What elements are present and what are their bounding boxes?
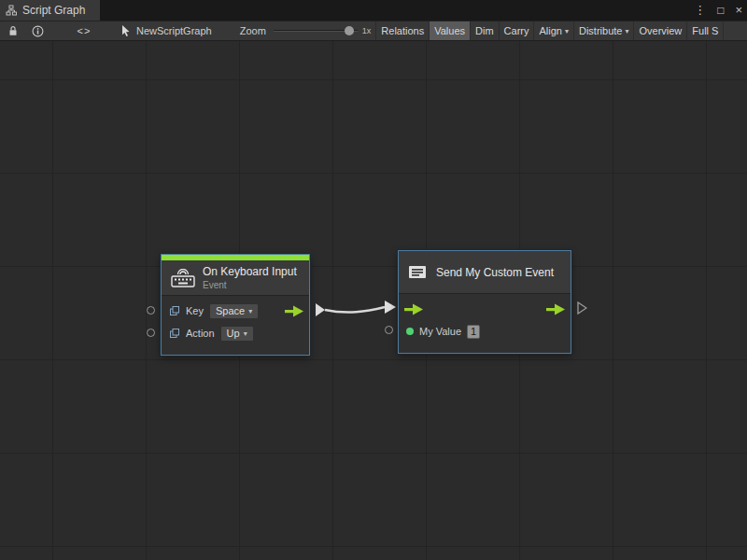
caret-down-icon: ▾	[625, 21, 628, 41]
title-bar: Script Graph ⋮ □ ×	[0, 0, 747, 21]
object-icon	[169, 328, 180, 339]
value-port-dot[interactable]	[406, 328, 414, 335]
port-row-action: Action Up ▾	[169, 323, 302, 343]
port-row-key: Key Space ▾	[169, 301, 302, 321]
maximize-icon[interactable]: □	[717, 0, 724, 21]
node-on-keyboard-input[interactable]: On Keyboard Input Event Key Space ▾	[161, 254, 310, 356]
flow-output-arrow-icon[interactable]	[546, 303, 565, 315]
node-subtitle: Event	[203, 280, 297, 290]
code-button[interactable]: <>	[71, 21, 97, 41]
my-value-input[interactable]: 1	[467, 325, 480, 339]
values-label: Values	[434, 21, 465, 41]
caret-down-icon: ▾	[244, 329, 247, 338]
action-dropdown[interactable]: Up ▾	[220, 326, 254, 342]
zoom-slider[interactable]	[272, 21, 359, 41]
wire-arrowhead	[385, 301, 396, 314]
connection-wire[interactable]	[0, 41, 747, 560]
lock-icon	[8, 25, 18, 36]
distribute-label: Distribute	[579, 21, 622, 41]
overview-button[interactable]: Overview	[634, 21, 687, 41]
flow-input-arrow-icon[interactable]	[404, 303, 423, 315]
align-label: Align	[539, 21, 561, 41]
port-row-my-value: My Value 1	[406, 321, 563, 342]
port-label-key: Key	[186, 305, 204, 316]
custom-event-icon	[408, 264, 427, 280]
menu-icon[interactable]: ⋮	[694, 0, 706, 21]
graph-name: NewScriptGraph	[136, 25, 212, 36]
flow-port-row	[406, 299, 563, 319]
port-label-action: Action	[186, 328, 215, 339]
flow-output-arrow-icon[interactable]	[285, 305, 303, 317]
zoom-label: Zoom	[240, 25, 266, 36]
fullscreen-button[interactable]: Full S	[687, 21, 724, 41]
graph-toolbar: <> NewScriptGraph Zoom 1x Relations Valu…	[0, 21, 747, 41]
dim-label: Dim	[475, 21, 494, 41]
window-controls: ⋮ □ ×	[694, 0, 742, 21]
toolbar-button-group: Relations Values Dim Carry Align▾ Distri…	[375, 21, 724, 41]
cursor-icon	[121, 25, 131, 37]
input-port-circle-action[interactable]	[147, 329, 155, 337]
tab-title: Script Graph	[22, 4, 85, 17]
caret-down-icon: ▾	[248, 307, 252, 315]
lock-button[interactable]	[4, 21, 22, 41]
output-port-triangle[interactable]	[577, 301, 587, 315]
script-graph-icon	[6, 5, 17, 16]
align-button[interactable]: Align▾	[534, 21, 573, 41]
info-icon	[32, 25, 44, 37]
relations-label: Relations	[381, 21, 424, 41]
close-icon[interactable]: ×	[735, 0, 742, 21]
object-icon	[169, 305, 180, 316]
tab-script-graph[interactable]: Script Graph	[0, 0, 100, 21]
code-icon: <>	[78, 25, 92, 36]
carry-button[interactable]: Carry	[500, 21, 535, 41]
key-dropdown[interactable]: Space ▾	[209, 303, 259, 319]
graph-breadcrumb[interactable]: NewScriptGraph	[121, 25, 212, 37]
unity-script-graph-window: Script Graph ⋮ □ × <>	[0, 0, 747, 560]
node-header[interactable]: On Keyboard Input Event	[162, 260, 309, 296]
dim-button[interactable]: Dim	[471, 21, 500, 41]
action-dropdown-value: Up	[227, 328, 240, 339]
info-button[interactable]	[28, 21, 47, 41]
zoom-value: 1x	[362, 26, 372, 35]
node-send-my-custom-event[interactable]: Send My Custom Event My Value 1	[398, 250, 571, 354]
overview-label: Overview	[639, 21, 682, 41]
node-title: Send My Custom Event	[436, 266, 554, 279]
port-label-my-value: My Value	[419, 326, 461, 337]
keyboard-icon	[171, 269, 195, 287]
key-dropdown-value: Space	[216, 305, 245, 316]
node-header-text: On Keyboard Input Event	[203, 265, 297, 290]
caret-down-icon: ▾	[565, 21, 569, 41]
carry-label: Carry	[504, 21, 529, 41]
distribute-button[interactable]: Distribute▾	[574, 21, 634, 41]
wire-path	[325, 307, 385, 313]
wire-start-triangle	[316, 303, 325, 316]
input-port-circle-key[interactable]	[147, 306, 155, 315]
values-button[interactable]: Values	[430, 21, 471, 41]
node-header[interactable]: Send My Custom Event	[399, 251, 571, 294]
relations-button[interactable]: Relations	[376, 21, 430, 41]
graph-canvas[interactable]: On Keyboard Input Event Key Space ▾	[0, 41, 747, 560]
node-title: On Keyboard Input	[203, 265, 297, 278]
zoom-slider-handle[interactable]	[345, 26, 354, 35]
node-body: My Value 1	[399, 294, 571, 353]
fullscreen-label: Full S	[692, 21, 718, 41]
input-port-circle-my-value[interactable]	[385, 326, 393, 334]
